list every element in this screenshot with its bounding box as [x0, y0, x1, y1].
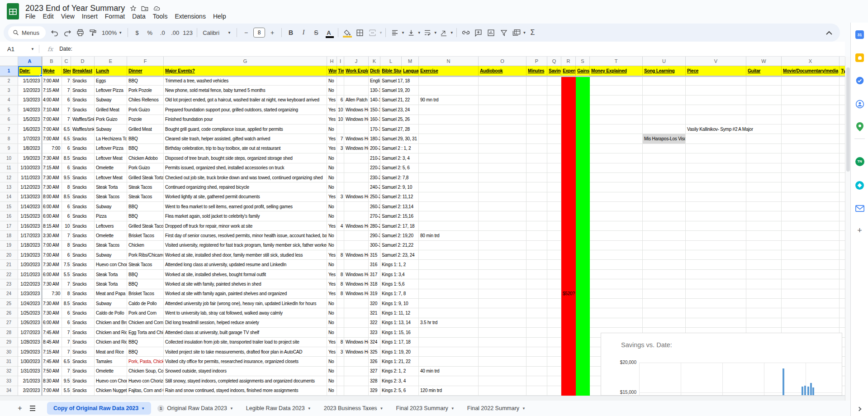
cell-T15[interactable]: [590, 202, 643, 211]
cell-A27[interactable]: 1/26/2023: [18, 318, 42, 328]
cell-I25[interactable]: [337, 299, 344, 308]
vertical-align-icon[interactable]: [405, 27, 417, 38]
cell-X27[interactable]: [782, 318, 840, 328]
cell-L7[interactable]: Samuel 27, 28: [380, 124, 402, 134]
cell-Y15[interactable]: [840, 202, 845, 211]
cell-C25[interactable]: 8.5: [62, 299, 71, 308]
cell-A11[interactable]: 1/10/2023: [18, 163, 42, 173]
cell-S7[interactable]: [576, 124, 590, 134]
cell-P20[interactable]: [526, 250, 547, 260]
cell-N18[interactable]: 80 min trd: [419, 231, 479, 240]
cell-V17[interactable]: [686, 221, 746, 231]
row-header-4[interactable]: 4: [0, 96, 18, 105]
row-header-34[interactable]: 34: [0, 386, 18, 396]
cell-G34[interactable]: Rain and snow continued, stayed indoors,…: [164, 386, 327, 396]
cell-K27[interactable]: 322: [369, 318, 380, 328]
row-header-19[interactable]: 19: [0, 241, 18, 250]
cell-S9[interactable]: [576, 144, 590, 153]
cell-J28[interactable]: [344, 328, 369, 337]
cell-U17[interactable]: [643, 221, 686, 231]
cell-P8[interactable]: [526, 134, 547, 143]
cell-N3[interactable]: [419, 86, 479, 95]
cell-S3[interactable]: [576, 86, 590, 95]
cell-R27[interactable]: [561, 318, 576, 328]
cell-B14[interactable]: 8:00 AM: [42, 192, 62, 202]
cell-U26[interactable]: [643, 308, 686, 318]
cell-V10[interactable]: [686, 153, 746, 163]
cell-O7[interactable]: [479, 124, 526, 134]
cell-F24[interactable]: Brisket Tacos: [127, 289, 164, 299]
cell-P10[interactable]: [526, 153, 547, 163]
borders-icon[interactable]: [354, 27, 366, 38]
cell-K16[interactable]: 270-280: [369, 211, 380, 221]
cell-R16[interactable]: [561, 211, 576, 221]
cell-N26[interactable]: [419, 308, 479, 318]
cell-N2[interactable]: [419, 76, 479, 86]
cell-R11[interactable]: [561, 163, 576, 173]
cell-G24[interactable]: Worked at site with family again, painte…: [164, 289, 327, 299]
cell-J14[interactable]: Windows House: [344, 192, 369, 202]
cell-A22[interactable]: 1/21/2023: [18, 270, 42, 279]
cell-N33[interactable]: [419, 376, 479, 386]
cell-G31[interactable]: Visited city office for permits, researc…: [164, 357, 327, 366]
cell-X15[interactable]: [782, 202, 840, 211]
cell-C24[interactable]: 8: [62, 289, 71, 299]
cell-G6[interactable]: Finished foundation pour: [164, 115, 327, 124]
cell-G14[interactable]: Worked lightly at site, gathered permit …: [164, 192, 327, 202]
tab-menu-caret[interactable]: ▼: [522, 406, 526, 411]
cell-G3[interactable]: New phone, sold metal fence, baby turned…: [164, 86, 327, 95]
cell-S22[interactable]: [576, 270, 590, 279]
column-header-U[interactable]: U: [643, 57, 686, 66]
cell-B17[interactable]: 8:15 AM: [42, 221, 62, 231]
cell-L24[interactable]: Kings 1: 7, 8: [380, 289, 402, 299]
cell-X23[interactable]: [782, 279, 840, 289]
cell-K20[interactable]: 315: [369, 250, 380, 260]
cell-R12[interactable]: [561, 173, 576, 182]
column-header-Y[interactable]: Y: [840, 57, 845, 66]
cell-P11[interactable]: [526, 163, 547, 173]
cell-Y5[interactable]: [840, 105, 845, 115]
cell-J25[interactable]: [344, 299, 369, 308]
cell-B6[interactable]: 7:00 AM: [42, 115, 62, 124]
row-header-17[interactable]: 17: [0, 221, 18, 231]
cell-R17[interactable]: [561, 221, 576, 231]
cell-B15[interactable]: 6:00 AM: [42, 202, 62, 211]
cell-B27[interactable]: 6:00 AM: [42, 318, 62, 328]
select-all-corner[interactable]: [0, 57, 18, 66]
cell-W26[interactable]: [746, 308, 782, 318]
cell-J1[interactable]: Work Explain: [344, 66, 369, 76]
cell-K30[interactable]: 325: [369, 347, 380, 357]
cell-J10[interactable]: [344, 153, 369, 163]
cell-O15[interactable]: [479, 202, 526, 211]
cell-L27[interactable]: Kings 1: 13, 14: [380, 318, 402, 328]
cell-L11[interactable]: Samuel 2: 5, 6: [380, 163, 402, 173]
sheet-tab-1[interactable]: Copy of Original Raw Data 2023▼: [47, 402, 151, 415]
cell-X19[interactable]: [782, 241, 840, 250]
cell-S2[interactable]: [576, 76, 590, 86]
cell-G15[interactable]: Went to flea market to sell items, earne…: [164, 202, 327, 211]
cell-X13[interactable]: [782, 182, 840, 192]
cell-G5[interactable]: Prepared foundation support pour, grille…: [164, 105, 327, 115]
cell-N14[interactable]: [419, 192, 479, 202]
cell-G10[interactable]: Disposed of tree brush, bought side step…: [164, 153, 327, 163]
cell-Y21[interactable]: [840, 260, 845, 269]
cell-C6[interactable]: 7: [62, 115, 71, 124]
cell-Y26[interactable]: [840, 308, 845, 318]
cell-X26[interactable]: [782, 308, 840, 318]
cell-L2[interactable]: Samuel 17, 18: [380, 76, 402, 86]
cell-O20[interactable]: [479, 250, 526, 260]
cell-Y7[interactable]: [840, 124, 845, 134]
cell-C12[interactable]: 9.5: [62, 173, 71, 182]
cell-N30[interactable]: [419, 347, 479, 357]
keep-icon[interactable]: [854, 52, 865, 63]
cell-T27[interactable]: [590, 318, 643, 328]
row-header-23[interactable]: 23: [0, 279, 18, 289]
cell-L31[interactable]: Kings 1: 21, 22: [380, 357, 402, 366]
cell-J33[interactable]: [344, 376, 369, 386]
cell-S33[interactable]: [576, 376, 590, 386]
cell-U14[interactable]: [643, 192, 686, 202]
filter-views-icon[interactable]: [511, 27, 522, 38]
cell-C1[interactable]: Sleep: [62, 66, 71, 76]
cell-P1[interactable]: Minutes: [526, 66, 547, 76]
cell-Y4[interactable]: [840, 96, 845, 105]
